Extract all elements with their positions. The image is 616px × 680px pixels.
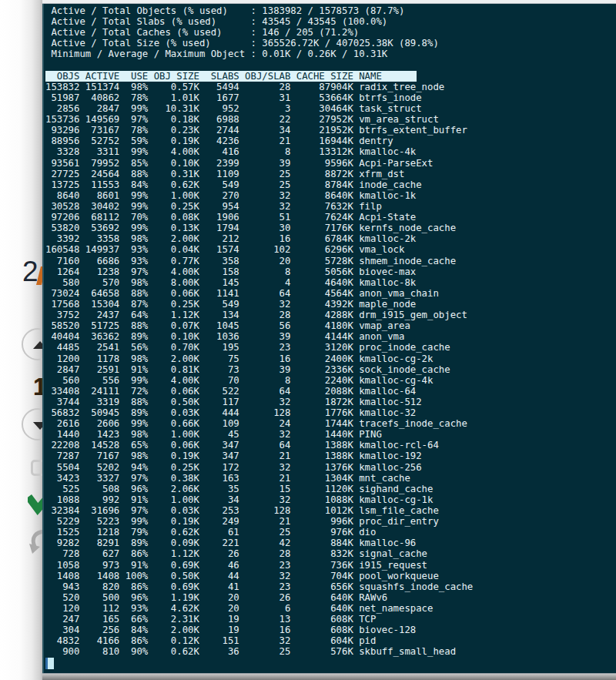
table-header: OBJS ACTIVE USE OBJ SIZE SLABS OBJ/SLAB … [45, 71, 417, 82]
slab-row: 4485 2541 56% 0.70K 195 23 3120K proc_in… [45, 342, 616, 353]
slab-row: 3752 2437 64% 1.12K 134 28 4288K drm_i91… [45, 310, 616, 320]
terminal-window[interactable]: Active / Total Objects (% used) : 138398… [42, 0, 616, 673]
screen: 2 1 Active / Total Objects (% used) : 13… [0, 0, 616, 680]
checkmark-icon [28, 487, 44, 515]
slab-row: 73024 64658 88% 0.06K 1141 64 4564K anon… [45, 288, 616, 299]
bottom-window-edge [42, 673, 616, 680]
scroll-down-button[interactable] [22, 408, 44, 440]
slab-row: 560 556 99% 4.00K 70 8 2240K kmalloc-cg-… [45, 375, 616, 386]
undo-arrow-icon [26, 527, 44, 556]
slab-row: 3423 3327 97% 0.38K 163 21 1304K mnt_cac… [45, 473, 616, 484]
slab-row: 2856 2847 99% 10.31K 952 3 30464K task_s… [45, 103, 616, 114]
prompt-line [45, 658, 616, 668]
slab-row: 27725 24564 88% 0.31K 1109 25 8872K xfrm… [45, 169, 616, 179]
summary-line: Active / Total Caches (% used) : 146 / 2… [45, 27, 616, 38]
slab-row: 247 165 66% 2.31K 19 13 608K TCP [45, 614, 616, 625]
slab-row: 580 570 98% 8.00K 145 4 4640K kmalloc-8k [45, 277, 616, 288]
slab-row: 3392 3358 98% 2.00K 212 16 6784K kmalloc… [45, 233, 616, 244]
slab-row: 4832 4166 86% 0.12K 151 32 604K pid [45, 635, 616, 646]
slab-row: 40404 36362 89% 0.10K 1036 39 4144K anon… [45, 331, 616, 342]
terminal-cursor [45, 658, 54, 669]
slab-row: 51987 40862 78% 1.01K 1677 31 53664K btr… [45, 92, 616, 103]
slab-row: 7160 6686 93% 0.77K 358 20 5728K shmem_i… [45, 256, 616, 266]
slab-row: 120 112 93% 4.62K 20 6 640K net_namespac… [45, 603, 616, 614]
slab-row: 1264 1238 97% 4.00K 158 8 5056K biovec-m… [45, 266, 616, 277]
background-page: 2 1 [0, 0, 44, 680]
slab-row: 1200 1178 98% 2.00K 75 16 2400K kmalloc-… [45, 353, 616, 364]
summary-line: Active / Total Slabs (% used) : 43545 / … [45, 16, 616, 27]
window-edge-strip [42, 0, 616, 4]
slab-row: 1408 1408 100% 0.50K 44 32 704K pool_wor… [45, 571, 616, 581]
slab-row: 7287 7167 98% 0.19K 347 21 1388K kmalloc… [45, 451, 616, 461]
slab-row: 5229 5223 99% 0.19K 249 21 996K proc_dir… [45, 516, 616, 527]
slab-row: 728 627 86% 1.12K 26 28 832K signal_cach… [45, 548, 616, 559]
summary-line: Active / Total Objects (% used) : 138398… [45, 5, 616, 16]
table-header-line: OBJS ACTIVE USE OBJ SIZE SLABS OBJ/SLAB … [45, 71, 616, 82]
slabtop-output: Active / Total Objects (% used) : 138398… [44, 0, 616, 673]
slab-row: 17568 15304 87% 0.25K 549 32 4392K maple… [45, 299, 616, 310]
slab-row: 2616 2606 99% 0.66K 109 24 1744K tracefs… [45, 418, 616, 429]
slab-row: 2847 2591 91% 0.81K 73 39 2336K sock_ino… [45, 364, 616, 375]
summary-line: Minimum / Average / Maximum Object : 0.0… [45, 49, 616, 59]
slab-row: 1525 1218 79% 0.62K 61 25 976K dio [45, 527, 616, 538]
slab-row: 153832 151374 98% 0.57K 5494 28 87904K r… [45, 82, 616, 92]
slab-row: 160548 149937 93% 0.04K 1574 102 6296K v… [45, 244, 616, 255]
slab-row: 97206 68112 70% 0.08K 1906 51 7624K Acpi… [45, 212, 616, 223]
slab-row: 22208 14528 65% 0.06K 347 64 1388K kmall… [45, 440, 616, 451]
slab-row: 1088 992 91% 1.00K 34 32 1088K kmalloc-c… [45, 494, 616, 505]
slab-row: 33408 24111 72% 0.06K 522 64 2088K kmall… [45, 386, 616, 397]
slab-row: 3328 3311 99% 4.00K 416 8 13312K kmalloc… [45, 146, 616, 157]
slab-row: 93561 79952 85% 0.10K 2399 39 9596K Acpi… [45, 158, 616, 169]
slab-row: 1440 1423 98% 1.00K 45 32 1440K PING [45, 429, 616, 440]
slab-row: 525 508 96% 2.06K 35 15 1120K sighand_ca… [45, 484, 616, 494]
slab-row: 9282 8291 89% 0.09K 221 42 884K kmalloc-… [45, 538, 616, 548]
slab-row: 8640 8601 99% 1.00K 270 32 8640K kmalloc… [45, 190, 616, 201]
page-number-top: 2 [22, 257, 38, 286]
slab-row: 32384 31696 97% 0.03K 253 128 1012K lsm_… [45, 505, 616, 516]
scroll-up-button[interactable] [22, 328, 44, 360]
slab-row: 93296 73167 78% 0.23K 2744 34 21952K btr… [45, 125, 616, 136]
slab-row: 88956 52752 59% 0.19K 4236 21 16944K den… [45, 136, 616, 146]
slab-row: 56832 50945 89% 0.03K 444 128 1776K kmal… [45, 407, 616, 418]
slab-row: 58520 51725 88% 0.07K 1045 56 4180K vmap… [45, 320, 616, 331]
slab-row: 1058 973 91% 0.69K 46 23 736K i915_reque… [45, 560, 616, 571]
slab-row: 5504 5202 94% 0.25K 172 32 1376K kmalloc… [45, 462, 616, 473]
slab-row: 900 810 90% 0.62K 36 25 576K skbuff_smal… [45, 646, 616, 657]
slab-row: 53820 53692 99% 0.13K 1794 30 7176K kern… [45, 223, 616, 233]
slab-row: 153736 149569 97% 0.18K 6988 22 27952K v… [45, 114, 616, 125]
slab-row: 30528 30402 99% 0.25K 954 32 7632K filp [45, 201, 616, 212]
slab-row: 13725 11553 84% 0.62K 549 25 8784K inode… [45, 179, 616, 190]
summary-line: Active / Total Size (% used) : 365526.72… [45, 38, 616, 49]
slab-row: 943 820 86% 0.69K 41 23 656K squashfs_in… [45, 581, 616, 592]
slab-row: 304 256 84% 2.00K 19 16 608K biovec-128 [45, 625, 616, 635]
slab-row: 3744 3319 88% 0.50K 117 32 1872K kmalloc… [45, 397, 616, 407]
slab-row: 520 500 96% 1.19K 20 26 640K RAWv6 [45, 592, 616, 603]
blank-line [45, 60, 616, 71]
